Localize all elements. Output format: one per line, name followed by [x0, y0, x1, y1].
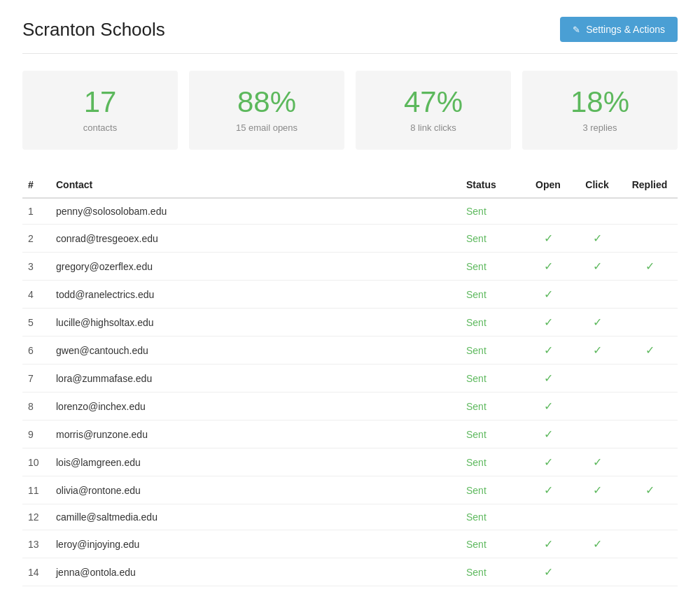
- cell-open: ✓: [524, 365, 573, 393]
- cell-open: [524, 504, 573, 530]
- cell-contact: gwen@cantouch.edu: [50, 337, 461, 365]
- cell-num: 10: [22, 448, 50, 476]
- cell-click: ✓: [573, 530, 622, 558]
- cell-click: [573, 504, 622, 530]
- stat-card-1: 88% 15 email opens: [189, 71, 344, 150]
- cell-replied: [622, 530, 678, 558]
- cell-num: 13: [22, 530, 50, 558]
- contacts-table-section: # Contact Status Open Click Replied 1 pe…: [22, 172, 678, 594]
- cell-click: ✓: [573, 586, 622, 595]
- cell-replied: [622, 558, 678, 586]
- cell-click: ✓: [573, 253, 622, 281]
- cell-click: ✓: [573, 476, 622, 504]
- cell-open: [524, 198, 573, 225]
- cell-replied: [622, 420, 678, 448]
- cell-status: Sent: [461, 504, 524, 530]
- open-check-icon: ✓: [544, 400, 553, 412]
- page-title: Scranton Schools: [22, 19, 165, 41]
- cell-num: 6: [22, 337, 50, 365]
- open-check-icon: ✓: [544, 232, 553, 244]
- table-row: 12 camille@saltmedia.edu Sent: [22, 504, 678, 530]
- click-check-icon: ✓: [593, 484, 602, 496]
- table-row: 10 lois@lamgreen.edu Sent ✓ ✓: [22, 448, 678, 476]
- cell-num: 1: [22, 198, 50, 225]
- table-row: 15 edmund@danbase.edu Sent ✓ ✓: [22, 586, 678, 595]
- click-check-icon: ✓: [593, 456, 602, 468]
- open-check-icon: ✓: [544, 428, 553, 440]
- stat-label-1: 15 email opens: [200, 122, 333, 133]
- settings-actions-button[interactable]: ✎ Settings & Actions: [560, 17, 678, 42]
- table-row: 11 olivia@rontone.edu Sent ✓ ✓ ✓: [22, 476, 678, 504]
- page-header: Scranton Schools ✎ Settings & Actions: [22, 17, 678, 54]
- cell-num: 12: [22, 504, 50, 530]
- stat-card-2: 47% 8 link clicks: [356, 71, 511, 150]
- table-header: # Contact Status Open Click Replied: [22, 172, 678, 198]
- cell-replied: ✓: [622, 476, 678, 504]
- table-row: 5 lucille@highsoltax.edu Sent ✓ ✓: [22, 309, 678, 337]
- cell-contact: jenna@ontola.edu: [50, 558, 461, 586]
- cell-num: 5: [22, 309, 50, 337]
- cell-click: [573, 420, 622, 448]
- cell-num: 14: [22, 558, 50, 586]
- open-check-icon: ✓: [544, 372, 553, 384]
- cell-contact: lois@lamgreen.edu: [50, 448, 461, 476]
- click-check-icon: ✓: [593, 344, 602, 356]
- settings-button-label: Settings & Actions: [586, 24, 665, 35]
- cell-status: Sent: [461, 586, 524, 595]
- stat-value-0: 17: [34, 87, 167, 117]
- open-check-icon: ✓: [544, 288, 553, 300]
- cell-replied: [622, 309, 678, 337]
- cell-contact: conrad@tresgeoex.edu: [50, 225, 461, 253]
- cell-open: ✓: [524, 448, 573, 476]
- cell-status: Sent: [461, 365, 524, 393]
- cell-open: ✓: [524, 558, 573, 586]
- stat-label-0: contacts: [34, 122, 167, 133]
- table-row: 4 todd@ranelectrics.edu Sent ✓: [22, 281, 678, 309]
- cell-num: 15: [22, 586, 50, 595]
- cell-num: 3: [22, 253, 50, 281]
- cell-status: Sent: [461, 448, 524, 476]
- table-row: 1 penny@solosolobam.edu Sent: [22, 198, 678, 225]
- stat-value-3: 18%: [533, 87, 666, 117]
- cell-contact: todd@ranelectrics.edu: [50, 281, 461, 309]
- cell-click: [573, 365, 622, 393]
- table-row: 3 gregory@ozerflex.edu Sent ✓ ✓ ✓: [22, 253, 678, 281]
- cell-contact: gregory@ozerflex.edu: [50, 253, 461, 281]
- table-row: 7 lora@zummafase.edu Sent ✓: [22, 365, 678, 393]
- cell-open: ✓: [524, 253, 573, 281]
- cell-replied: ✓: [622, 253, 678, 281]
- stat-value-1: 88%: [200, 87, 333, 117]
- page: Scranton Schools ✎ Settings & Actions 17…: [0, 0, 700, 594]
- cell-status: Sent: [461, 281, 524, 309]
- cell-contact: penny@solosolobam.edu: [50, 198, 461, 225]
- cell-status: Sent: [461, 198, 524, 225]
- stat-card-3: 18% 3 replies: [522, 71, 678, 150]
- col-header-open: Open: [524, 172, 573, 198]
- cell-num: 4: [22, 281, 50, 309]
- table-body: 1 penny@solosolobam.edu Sent 2 conrad@tr…: [22, 198, 678, 594]
- open-check-icon: ✓: [544, 260, 553, 272]
- cell-replied: [622, 393, 678, 420]
- col-header-click: Click: [573, 172, 622, 198]
- cell-status: Sent: [461, 337, 524, 365]
- open-check-icon: ✓: [544, 484, 553, 496]
- table-row: 8 lorenzo@inchex.edu Sent ✓: [22, 393, 678, 420]
- cell-click: [573, 281, 622, 309]
- click-check-icon: ✓: [593, 538, 602, 550]
- cell-open: ✓: [524, 586, 573, 595]
- cell-replied: [622, 198, 678, 225]
- cell-click: ✓: [573, 225, 622, 253]
- cell-click: [573, 198, 622, 225]
- cell-num: 11: [22, 476, 50, 504]
- cell-open: ✓: [524, 420, 573, 448]
- cell-status: Sent: [461, 225, 524, 253]
- cell-open: ✓: [524, 476, 573, 504]
- pencil-icon: ✎: [573, 24, 580, 35]
- col-header-contact: Contact: [50, 172, 461, 198]
- cell-num: 7: [22, 365, 50, 393]
- open-check-icon: ✓: [544, 566, 553, 578]
- cell-click: [573, 393, 622, 420]
- replied-check-icon: ✓: [645, 484, 654, 496]
- cell-status: Sent: [461, 476, 524, 504]
- open-check-icon: ✓: [544, 538, 553, 550]
